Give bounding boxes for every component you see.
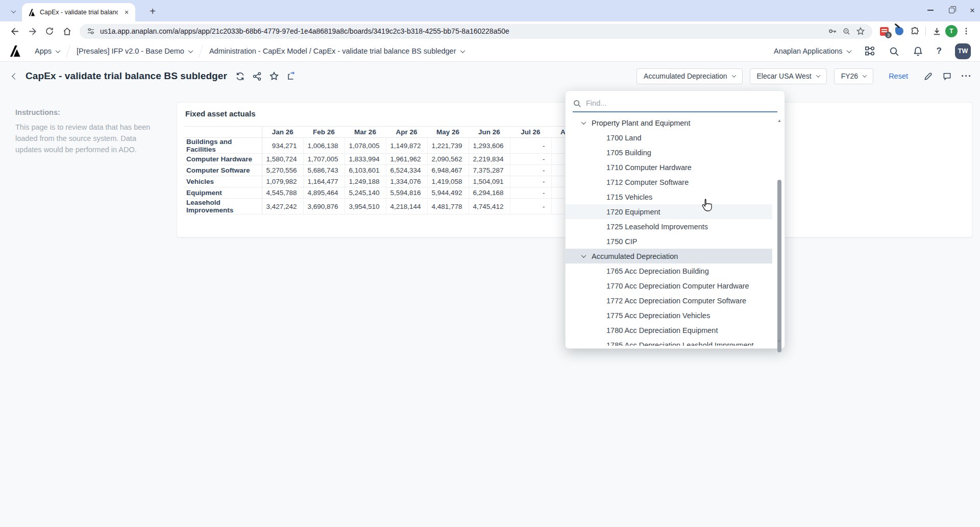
cell[interactable]: - [510,138,551,154]
tree-item[interactable]: 1772 Acc Depreciation Computer Software [566,293,772,308]
panel-scrollbar[interactable]: ▲ ▼ [776,117,783,344]
nav-workspace-dropdown[interactable]: [Presales] IFP v2.0 - Base Demo [77,47,192,55]
column-header[interactable]: Jan 26 [262,127,303,138]
zoom-indicator-icon[interactable] [842,27,851,36]
tree-item[interactable]: 1765 Acc Depreciation Building [566,264,772,278]
cell[interactable]: 4,745,412 [469,199,510,214]
cell[interactable]: - [510,187,551,199]
cell[interactable]: 3,954,510 [345,199,386,214]
back-chevron-icon[interactable] [8,69,21,83]
anaplan-logo[interactable] [9,45,21,57]
tree-item[interactable]: 1770 Acc Depreciation Computer Hardware [566,278,772,293]
more-options-icon[interactable]: ··· [961,71,972,82]
tree-item[interactable]: 1710 Computer Hardware [566,160,772,175]
extension-colorpicker-icon[interactable] [893,24,906,38]
tree-group-accumulated-depreciation[interactable]: Accumulated Depreciation [566,249,772,264]
cell[interactable]: 5,270,556 [262,165,303,176]
user-avatar[interactable]: TW [955,43,971,59]
cell[interactable]: 1,293,606 [469,138,510,154]
bookmark-star-icon[interactable] [856,27,865,36]
cell[interactable]: - [510,176,551,187]
scroll-down-icon[interactable]: ▼ [776,338,783,344]
extension-red-icon[interactable]: 3 [877,24,891,38]
home-button[interactable] [59,23,75,39]
cell[interactable]: - [510,165,551,176]
column-header[interactable]: Mar 26 [345,127,386,138]
cell[interactable]: 1,078,005 [345,138,386,154]
browser-menu-kebab-icon[interactable] [960,24,973,38]
scrollbar-thumb[interactable] [777,180,781,352]
tree-item[interactable]: 1705 Building [566,145,772,160]
password-key-icon[interactable] [828,27,837,36]
tree-item-hovered[interactable]: 1720 Equipment [566,204,772,219]
tree-item[interactable]: 1700 Land [566,130,772,145]
url-text[interactable]: us1a.app.anaplan.com/a/apps/app/21c2033b… [100,27,823,35]
browser-profile-avatar[interactable]: T [945,25,958,37]
cell[interactable]: 2,090,562 [427,154,469,165]
tree-item[interactable]: 1775 Acc Depreciation Vehicles [566,308,772,323]
nav-breadcrumb-dropdown[interactable]: Administration - CapEx Model / CapEx - v… [209,47,464,55]
new-tab-button[interactable]: + [146,5,159,18]
cell[interactable]: 1,079,982 [262,176,303,187]
cell[interactable]: 1,833,994 [345,154,386,165]
selector-region-dropdown[interactable]: Elecar USA West [750,68,827,84]
column-header[interactable]: Feb 26 [303,127,345,138]
back-button[interactable] [7,23,22,39]
downloads-icon[interactable] [930,24,943,38]
row-label[interactable]: Buildings and Facilities [184,138,262,154]
cell[interactable]: 1,961,962 [386,154,427,165]
cell[interactable]: - [510,199,551,214]
scroll-up-icon[interactable]: ▲ [776,117,783,124]
cell[interactable]: 5,245,140 [345,187,386,199]
cell[interactable]: 1,580,724 [262,154,303,165]
reset-button[interactable]: Reset [889,72,908,80]
share-icon[interactable] [252,71,262,81]
column-header[interactable]: May 26 [427,127,469,138]
forward-button[interactable] [24,23,40,39]
cell[interactable]: 1,419,058 [427,176,469,187]
open-in-new-icon[interactable] [286,71,297,81]
cell[interactable]: 934,271 [262,138,303,154]
cell[interactable]: 1,221,739 [427,138,469,154]
cell[interactable]: 6,524,334 [386,165,427,176]
tree-item[interactable]: 1785 Acc Depreciation Leashold Improvmen… [566,338,772,346]
cell[interactable]: 2,219,834 [469,154,510,165]
cell[interactable]: 6,294,168 [469,187,510,199]
tab-search-button[interactable] [7,5,19,17]
cell[interactable]: 6,948,467 [427,165,469,176]
row-label[interactable]: Equipment [184,187,262,199]
nav-apps-dropdown[interactable]: Apps [35,47,60,55]
tab-close-icon[interactable]: × [122,8,131,17]
column-header[interactable]: Jun 26 [469,127,510,138]
selector-year-dropdown[interactable]: FY26 [834,68,873,84]
extensions-puzzle-icon[interactable] [908,24,921,38]
column-header[interactable]: Apr 26 [386,127,427,138]
cell[interactable]: 1,504,091 [469,176,510,187]
cell[interactable]: 1,334,076 [386,176,427,187]
window-minimize-button[interactable] [927,10,934,11]
tree-group-ppe[interactable]: Property Plant and Equipment [566,115,772,130]
cell[interactable]: 3,690,876 [303,199,345,214]
cell[interactable]: 4,895,464 [303,187,345,199]
cell[interactable]: 1,249,188 [345,176,386,187]
tree-item[interactable]: 1750 CIP [566,234,772,249]
nav-applications-dropdown[interactable]: Anaplan Applications [774,47,851,55]
model-management-icon[interactable] [864,45,875,57]
selector-accounts-dropdown[interactable]: Accumulated Depreciation [636,68,742,84]
cell[interactable]: 1,164,477 [303,176,345,187]
cell[interactable]: 5,944,492 [427,187,469,199]
tree-item[interactable]: 1780 Acc Depreciation Equipment [566,323,772,338]
cell[interactable]: 1,006,138 [303,138,345,154]
cell[interactable]: 4,545,788 [262,187,303,199]
find-input[interactable] [586,99,777,107]
cell[interactable]: 3,427,242 [262,199,303,214]
tree-item[interactable]: 1725 Leasehold Improvements [566,219,772,234]
cell[interactable]: 5,686,743 [303,165,345,176]
cell[interactable]: 1,149,872 [386,138,427,154]
edit-pencil-icon[interactable] [923,71,933,81]
cell[interactable]: 4,218,144 [386,199,427,214]
window-restore-button[interactable] [949,8,954,13]
window-close-button[interactable]: × [970,6,975,15]
comment-icon[interactable] [942,71,952,81]
cell[interactable]: - [510,154,551,165]
